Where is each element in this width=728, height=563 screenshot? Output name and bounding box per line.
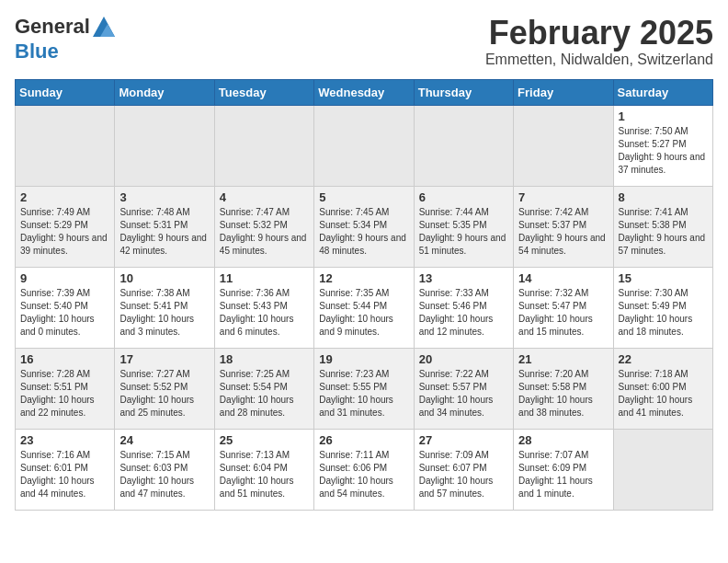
day-number: 16	[20, 352, 109, 366]
day-cell: 26Sunrise: 7:11 AMSunset: 6:06 PMDayligh…	[314, 429, 414, 510]
day-number: 7	[518, 190, 608, 204]
day-cell: 17Sunrise: 7:27 AMSunset: 5:52 PMDayligh…	[115, 348, 214, 429]
weekday-header-tuesday: Tuesday	[214, 79, 313, 105]
day-cell: 23Sunrise: 7:16 AMSunset: 6:01 PMDayligh…	[16, 429, 115, 510]
logo-general: General	[15, 15, 90, 38]
day-info: Sunrise: 7:27 AMSunset: 5:52 PMDaylight:…	[119, 368, 209, 419]
week-row-3: 9Sunrise: 7:39 AMSunset: 5:40 PMDaylight…	[16, 267, 713, 348]
day-info: Sunrise: 7:50 AMSunset: 5:27 PMDaylight:…	[619, 125, 708, 177]
day-number: 14	[518, 271, 608, 285]
day-number: 21	[518, 352, 608, 366]
day-cell	[613, 429, 712, 510]
day-number: 27	[419, 433, 508, 447]
day-info: Sunrise: 7:35 AMSunset: 5:44 PMDaylight:…	[319, 287, 408, 339]
day-cell: 28Sunrise: 7:07 AMSunset: 6:09 PMDayligh…	[514, 429, 613, 510]
day-cell: 5Sunrise: 7:45 AMSunset: 5:34 PMDaylight…	[314, 186, 414, 267]
day-info: Sunrise: 7:39 AMSunset: 5:40 PMDaylight:…	[20, 287, 109, 339]
calendar-table: SundayMondayTuesdayWednesdayThursdayFrid…	[15, 79, 713, 511]
day-info: Sunrise: 7:15 AMSunset: 6:03 PMDaylight:…	[119, 449, 209, 500]
logo-blue: Blue	[15, 40, 59, 63]
day-cell: 8Sunrise: 7:41 AMSunset: 5:38 PMDaylight…	[613, 186, 712, 267]
day-number: 11	[220, 271, 309, 285]
day-info: Sunrise: 7:42 AMSunset: 5:37 PMDaylight:…	[518, 206, 608, 258]
day-cell: 24Sunrise: 7:15 AMSunset: 6:03 PMDayligh…	[115, 429, 214, 510]
day-cell	[16, 105, 115, 186]
header: General Blue February 2025 Emmetten, Nid…	[15, 15, 713, 68]
logo: General Blue	[15, 15, 118, 63]
day-info: Sunrise: 7:32 AMSunset: 5:47 PMDaylight:…	[518, 287, 608, 339]
day-info: Sunrise: 7:11 AMSunset: 6:06 PMDaylight:…	[319, 449, 408, 500]
day-number: 25	[220, 433, 309, 447]
calendar-title: February 2025	[485, 15, 713, 52]
day-number: 4	[220, 190, 309, 204]
weekday-header-sunday: Sunday	[16, 79, 115, 105]
day-cell	[115, 105, 214, 186]
day-number: 3	[119, 190, 209, 204]
day-number: 12	[319, 271, 408, 285]
day-info: Sunrise: 7:47 AMSunset: 5:32 PMDaylight:…	[220, 206, 309, 258]
day-info: Sunrise: 7:38 AMSunset: 5:41 PMDaylight:…	[119, 287, 209, 339]
day-info: Sunrise: 7:22 AMSunset: 5:57 PMDaylight:…	[419, 368, 508, 419]
day-number: 17	[119, 352, 209, 366]
day-info: Sunrise: 7:23 AMSunset: 5:55 PMDaylight:…	[319, 368, 408, 419]
day-number: 13	[419, 271, 508, 285]
day-number: 18	[220, 352, 309, 366]
day-number: 9	[20, 271, 109, 285]
day-cell: 3Sunrise: 7:48 AMSunset: 5:31 PMDaylight…	[115, 186, 214, 267]
day-info: Sunrise: 7:41 AMSunset: 5:38 PMDaylight:…	[619, 206, 708, 258]
day-info: Sunrise: 7:07 AMSunset: 6:09 PMDaylight:…	[518, 449, 608, 500]
day-cell: 27Sunrise: 7:09 AMSunset: 6:07 PMDayligh…	[414, 429, 513, 510]
day-info: Sunrise: 7:45 AMSunset: 5:34 PMDaylight:…	[319, 206, 408, 258]
day-number: 15	[619, 271, 708, 285]
day-cell: 10Sunrise: 7:38 AMSunset: 5:41 PMDayligh…	[115, 267, 214, 348]
weekday-header-monday: Monday	[115, 79, 214, 105]
day-number: 19	[319, 352, 408, 366]
day-number: 24	[119, 433, 209, 447]
weekday-header-friday: Friday	[514, 79, 613, 105]
day-number: 2	[20, 190, 109, 204]
day-number: 26	[319, 433, 408, 447]
weekday-header-saturday: Saturday	[613, 79, 712, 105]
day-cell: 20Sunrise: 7:22 AMSunset: 5:57 PMDayligh…	[414, 348, 513, 429]
day-info: Sunrise: 7:25 AMSunset: 5:54 PMDaylight:…	[220, 368, 309, 419]
logo-text: General Blue	[15, 15, 118, 63]
day-info: Sunrise: 7:30 AMSunset: 5:49 PMDaylight:…	[619, 287, 708, 339]
day-number: 28	[518, 433, 608, 447]
day-info: Sunrise: 7:44 AMSunset: 5:35 PMDaylight:…	[419, 206, 508, 258]
day-cell: 2Sunrise: 7:49 AMSunset: 5:29 PMDaylight…	[16, 186, 115, 267]
day-cell: 13Sunrise: 7:33 AMSunset: 5:46 PMDayligh…	[414, 267, 513, 348]
day-info: Sunrise: 7:13 AMSunset: 6:04 PMDaylight:…	[220, 449, 309, 500]
day-cell: 15Sunrise: 7:30 AMSunset: 5:49 PMDayligh…	[613, 267, 712, 348]
day-info: Sunrise: 7:18 AMSunset: 6:00 PMDaylight:…	[619, 368, 708, 419]
day-number: 5	[319, 190, 408, 204]
day-number: 23	[20, 433, 109, 447]
day-cell: 7Sunrise: 7:42 AMSunset: 5:37 PMDaylight…	[514, 186, 613, 267]
day-cell: 25Sunrise: 7:13 AMSunset: 6:04 PMDayligh…	[214, 429, 313, 510]
day-info: Sunrise: 7:28 AMSunset: 5:51 PMDaylight:…	[20, 368, 109, 419]
day-number: 1	[619, 109, 708, 123]
page: General Blue February 2025 Emmetten, Nid…	[0, 0, 728, 525]
day-info: Sunrise: 7:49 AMSunset: 5:29 PMDaylight:…	[20, 206, 109, 258]
day-number: 10	[119, 271, 209, 285]
day-cell	[414, 105, 513, 186]
day-number: 8	[619, 190, 708, 204]
day-cell: 1Sunrise: 7:50 AMSunset: 5:27 PMDaylight…	[613, 105, 712, 186]
day-cell: 21Sunrise: 7:20 AMSunset: 5:58 PMDayligh…	[514, 348, 613, 429]
day-cell	[314, 105, 414, 186]
day-cell: 9Sunrise: 7:39 AMSunset: 5:40 PMDaylight…	[16, 267, 115, 348]
logo-icon	[91, 15, 117, 40]
day-cell: 6Sunrise: 7:44 AMSunset: 5:35 PMDaylight…	[414, 186, 513, 267]
weekday-header-wednesday: Wednesday	[314, 79, 414, 105]
day-number: 6	[419, 190, 508, 204]
title-block: February 2025 Emmetten, Nidwalden, Switz…	[485, 15, 713, 68]
day-cell	[214, 105, 313, 186]
day-info: Sunrise: 7:36 AMSunset: 5:43 PMDaylight:…	[220, 287, 309, 339]
day-cell: 11Sunrise: 7:36 AMSunset: 5:43 PMDayligh…	[214, 267, 313, 348]
day-info: Sunrise: 7:48 AMSunset: 5:31 PMDaylight:…	[119, 206, 209, 258]
week-row-5: 23Sunrise: 7:16 AMSunset: 6:01 PMDayligh…	[16, 429, 713, 510]
day-number: 20	[419, 352, 508, 366]
calendar-subtitle: Emmetten, Nidwalden, Switzerland	[485, 52, 713, 68]
day-number: 22	[619, 352, 708, 366]
day-info: Sunrise: 7:20 AMSunset: 5:58 PMDaylight:…	[518, 368, 608, 419]
weekday-header-thursday: Thursday	[414, 79, 513, 105]
